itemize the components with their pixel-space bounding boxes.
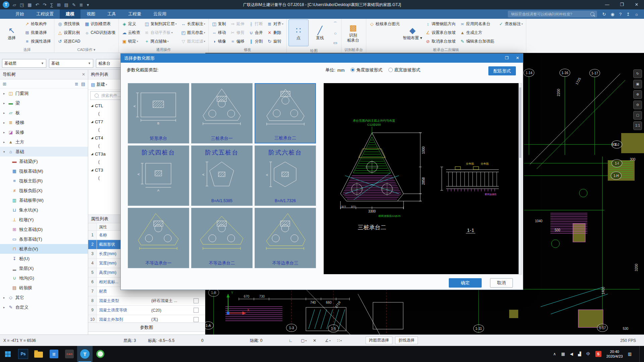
orbit-icon[interactable]: ↻ [633, 69, 642, 78]
sidebar-item-基础梁(F)[interactable]: ▬基础梁(F) [0, 157, 88, 166]
sidebar-item-柱墩(Y)[interactable]: ⊥柱墩(Y) [0, 215, 88, 225]
ok-button[interactable]: 确定 [449, 278, 482, 288]
checkbox[interactable] [194, 308, 199, 313]
ribbon-button[interactable]: ✂修剪 [229, 28, 246, 37]
dialog-close-icon[interactable]: ✕ [512, 54, 523, 63]
network-icon[interactable]: ▟ [578, 352, 581, 356]
ribbon-button[interactable]: ▣锁定▾ [120, 37, 142, 46]
close-button[interactable]: ✕ [629, 0, 644, 9]
dialog-maximize-icon[interactable]: ❐ [501, 54, 512, 63]
ribbon-button[interactable]: ╱直线 [310, 19, 330, 46]
dialog-scrollbar[interactable] [519, 83, 522, 275]
ribbon-button[interactable]: ∦打断 [247, 19, 264, 28]
ribbon-button[interactable]: ↗拾取构件 [23, 19, 52, 28]
parameter-diagram-button[interactable]: 参数图 [88, 322, 205, 332]
rebar-form-button[interactable]: 配筋形式 [488, 66, 516, 75]
ribbon-button[interactable]: ◰图元存盘▾ [179, 28, 207, 37]
sidebar-item-其它[interactable]: ▸◇其它 [0, 293, 88, 302]
sidebar-item-垫层(X)[interactable]: ▂垫层(X) [0, 263, 88, 273]
ribbon-button[interactable]: ▩识别桩承台 [343, 19, 363, 46]
sidebar-item-门窗洞[interactable]: ▸◫门窗洞 [0, 88, 88, 98]
ribbon-button[interactable]: ◫复制 [210, 19, 227, 28]
ortho-icon[interactable]: ∟ [287, 337, 294, 344]
show-desktop-button[interactable] [639, 346, 641, 362]
pin-icon[interactable]: ↥ [626, 12, 630, 17]
angle-icon[interactable]: ∠▾ [324, 337, 332, 344]
customize-arrow-icon[interactable]: ▾ [87, 2, 89, 7]
draw-icon[interactable]: ✎ [72, 2, 76, 7]
cube-icon[interactable]: ▣ [633, 80, 642, 88]
zoom-out-icon[interactable]: ⊖ [633, 101, 642, 109]
ribbon-button[interactable]: ⇒延伸 [229, 19, 246, 28]
sidebar-item-桩承台(V)[interactable]: ⊓桩承台(V) [0, 244, 88, 254]
ribbon-button[interactable]: ☼CAD识别选项 [83, 28, 116, 37]
gtj-icon[interactable]: T [77, 346, 93, 362]
tab-视图[interactable]: 视图 [80, 9, 101, 19]
ribbon-button[interactable]: ⊘取消承台放坡 [424, 37, 457, 46]
list-view-icon[interactable]: ≣ [75, 81, 78, 86]
add-icon[interactable]: ⊞ [3, 81, 6, 86]
ribbon-button[interactable]: ⊞批量选择 [23, 28, 52, 37]
one-to-one-icon[interactable]: 1:1 [633, 121, 642, 130]
save-icon[interactable]: ▦ [28, 2, 32, 7]
new-file-icon[interactable]: ▱ [13, 2, 16, 7]
ribbon-button[interactable]: ◫复制到其它层▾ [143, 19, 178, 28]
snap-point-icon[interactable]: ∷▾ [336, 337, 343, 344]
section-type-cell-阶式四桩台[interactable]: AA阶式四桩台 [128, 145, 189, 206]
rect-icon[interactable]: ▭ [331, 39, 339, 47]
radio-option-1[interactable]: 底宽放坡形式 [384, 67, 420, 73]
sidebar-item-砖胎膜[interactable]: ▤砖胎膜 [0, 283, 88, 293]
ribbon-button[interactable]: ≍应用同名承台 [459, 19, 496, 28]
property-row-8[interactable]: 8混凝土类型(碎石混凝土 ... [88, 296, 205, 306]
ribbon-button[interactable]: ↕调整钢筋方向 [424, 19, 457, 28]
ribbon-button[interactable]: ≣对齐▾ [266, 19, 285, 28]
tab-开始[interactable]: 开始 [9, 9, 30, 19]
sidebar-item-楼梯[interactable]: ▸≣楼梯 [0, 118, 88, 127]
new-component-button[interactable]: 新建 [96, 81, 105, 87]
layer-select-1[interactable]: 基础▼ [49, 59, 93, 68]
ribbon-button[interactable]: ↺还原CAD [56, 37, 82, 46]
tab-工程量[interactable]: 工程量 [122, 9, 147, 19]
sidebar-item-地沟(G)[interactable]: ∪地沟(G) [0, 273, 88, 283]
sidebar-item-自定义[interactable]: ▸✎自定义 [0, 302, 88, 312]
start-button[interactable] [0, 346, 15, 362]
card-view-icon[interactable]: ▤ [81, 81, 85, 86]
ribbon-button[interactable]: ⇔移动 [210, 28, 227, 37]
sidebar-item-筏板主筋(R)[interactable]: ≡筏板主筋(R) [0, 176, 88, 186]
sidebar-item-基础[interactable]: ▾⌂基础 [0, 147, 88, 157]
sidebar-item-板[interactable]: ▸▱板 [0, 108, 88, 118]
help-search-input[interactable] [511, 12, 588, 16]
ribbon-button[interactable]: ∪合并 [247, 28, 264, 37]
tray-window-icon[interactable]: ▦ [561, 352, 565, 356]
ribbon-button[interactable]: ▲生成土方 [459, 28, 496, 37]
tray-expand-icon[interactable]: ∧ [553, 352, 556, 356]
sum-icon[interactable]: ∑ [50, 2, 53, 7]
ribbon-button[interactable]: ↔长度标注▾ [179, 19, 207, 28]
help-icon[interactable]: ? [619, 12, 622, 17]
section-type-cell-不等边承台二[interactable]: 不等边承台二 [191, 208, 253, 268]
sidebar-item-桩(U)[interactable]: ↧桩(U) [0, 254, 88, 263]
ribbon-button[interactable]: ≡按属性选择 [23, 37, 52, 46]
sidebar-item-梁[interactable]: ▸▬梁 [0, 98, 88, 108]
settings-icon[interactable]: ☼ [635, 12, 639, 17]
ribbon-button[interactable]: ∠设置承台放坡 [424, 28, 457, 37]
sidebar-item-集水坑(K)[interactable]: ⊔集水坑(K) [0, 205, 88, 215]
tab-工具[interactable]: 工具 [101, 9, 122, 19]
ribbon-button[interactable]: ◇校核承台图元 [368, 19, 401, 28]
ribbon-button[interactable]: ◆智能布置 ▾ [402, 19, 423, 46]
ribbon-button[interactable]: ◑镜像 [210, 37, 227, 46]
ribbon-button[interactable]: ✓查改标注▾ [497, 19, 524, 28]
autocad-icon[interactable]: CAD [62, 346, 77, 362]
ribbon-button[interactable]: ∥分割 [247, 37, 264, 46]
volume-icon[interactable]: ◀ [570, 352, 573, 356]
ribbon-button[interactable]: ▽图元过滤▾ [179, 37, 207, 46]
select-mode-icon[interactable]: ▢▾ [300, 337, 308, 344]
sidebar-item-筏板负筋(X)[interactable]: ≠筏板负筋(X) [0, 186, 88, 195]
statusbar-button-折线选择[interactable]: 折线选择 [395, 337, 418, 344]
section-type-cell-阶式五桩台[interactable]: A阶式五桩台B=A/1.5385 [191, 145, 253, 206]
section-type-cell-不等边承台三[interactable]: 不等边承台三 [255, 208, 316, 268]
maximize-button[interactable]: ❐ [614, 0, 629, 9]
undo-icon[interactable]: ↶ [36, 2, 39, 7]
photoshop-icon[interactable]: Ps [15, 346, 31, 362]
radio-option-0[interactable]: 角度放坡形式 [346, 67, 382, 73]
